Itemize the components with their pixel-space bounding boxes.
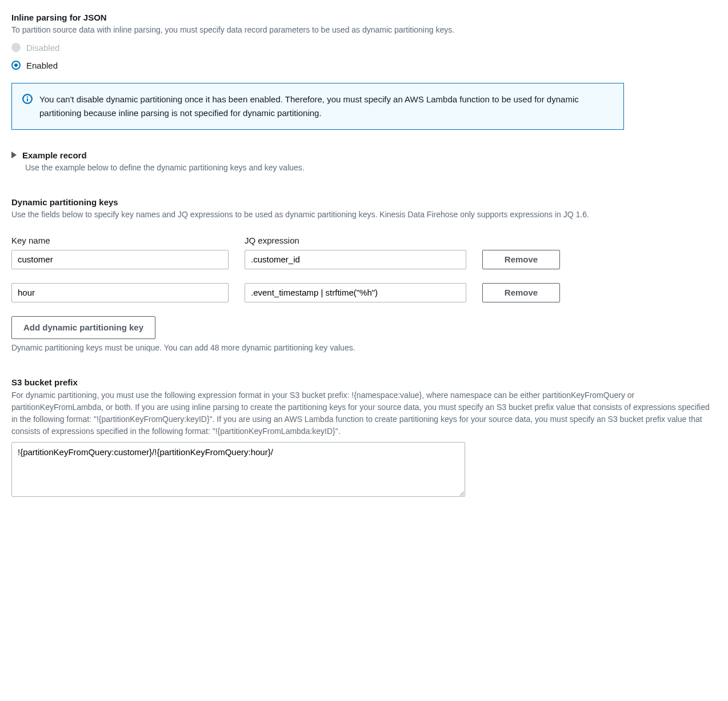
add-partition-key-button[interactable]: Add dynamic partitioning key: [11, 316, 155, 339]
inline-parsing-description: To partition source data with inline par…: [11, 25, 717, 36]
remove-button[interactable]: Remove: [482, 250, 560, 269]
key-name-input[interactable]: [11, 283, 229, 302]
s3-prefix-input[interactable]: [11, 442, 465, 497]
radio-label-enabled: Enabled: [26, 59, 58, 71]
radio-icon-enabled: [11, 61, 21, 70]
info-icon: [22, 94, 33, 120]
chevron-right-icon: [11, 152, 17, 158]
partition-keys-description: Use the fields below to specify key name…: [11, 209, 717, 221]
jq-expression-input[interactable]: [245, 283, 466, 302]
s3-prefix-description: For dynamic partitioning, you must use t…: [11, 389, 717, 437]
s3-prefix-title: S3 bucket prefix: [11, 376, 717, 388]
partition-key-row: Remove: [11, 283, 717, 302]
radio-dot: [14, 63, 18, 67]
key-name-header: Key name: [11, 234, 229, 246]
radio-label-disabled: Disabled: [26, 42, 59, 54]
info-alert: You can't disable dynamic partitioning o…: [11, 83, 624, 130]
example-record-title: Example record: [22, 149, 87, 161]
example-record-description: Use the example below to define the dyna…: [25, 162, 717, 174]
example-record-toggle[interactable]: Example record: [11, 149, 717, 161]
key-name-input[interactable]: [11, 250, 229, 269]
radio-icon-disabled: [11, 43, 21, 52]
jq-expression-input[interactable]: [245, 250, 466, 269]
partition-keys-hint: Dynamic partitioning keys must be unique…: [11, 342, 717, 354]
info-alert-text: You can't disable dynamic partitioning o…: [39, 93, 613, 120]
radio-disabled: Disabled: [11, 42, 717, 54]
jq-expression-header: JQ expression: [245, 234, 466, 246]
inline-parsing-radio-group: Disabled Enabled: [11, 42, 717, 71]
radio-enabled[interactable]: Enabled: [11, 59, 717, 71]
partition-key-row: Remove: [11, 250, 717, 269]
partition-keys-header: Key name JQ expression: [11, 234, 717, 246]
svg-point-1: [27, 96, 28, 97]
remove-button[interactable]: Remove: [482, 283, 560, 302]
partition-keys-title: Dynamic partitioning keys: [11, 196, 717, 208]
inline-parsing-title: Inline parsing for JSON: [11, 11, 717, 23]
svg-rect-2: [27, 98, 28, 101]
